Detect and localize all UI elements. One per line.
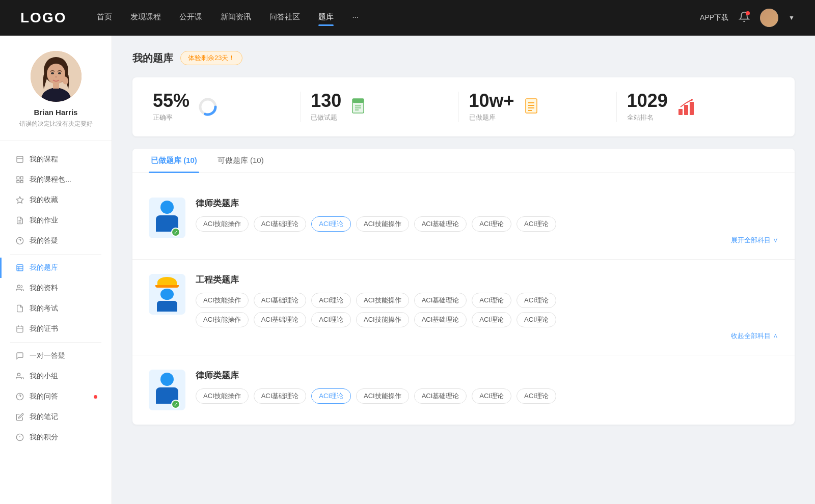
- sidebar-item-material[interactable]: 我的资料: [0, 278, 112, 298]
- sidebar-item-my-course[interactable]: 我的课程: [0, 149, 112, 170]
- page-header: 我的题库 体验剩余23天！: [132, 51, 795, 65]
- svg-point-28: [17, 373, 20, 376]
- nav-link-qa[interactable]: 问答社区: [269, 12, 300, 24]
- done-banks-label: 已做题库: [469, 113, 514, 122]
- tag-lawyer2-2[interactable]: ACI理论: [311, 388, 351, 404]
- sidebar-item-course-package[interactable]: 我的课程包...: [0, 170, 112, 190]
- qa-label: 我的答疑: [30, 236, 58, 245]
- nav-link-discover[interactable]: 发现课程: [130, 12, 161, 24]
- main-content: 我的题库 体验剩余23天！ 55% 正确率: [112, 36, 815, 504]
- expand-lawyer1[interactable]: 展开全部科目 ∨: [196, 236, 778, 245]
- sidebar-item-one-on-one[interactable]: 一对一答疑: [0, 346, 112, 366]
- user-dropdown-icon[interactable]: ▼: [789, 14, 795, 21]
- sidebar-item-points[interactable]: 我的积分: [0, 427, 112, 447]
- tag-lawyer1-4[interactable]: ACI基础理论: [414, 216, 467, 232]
- sidebar-item-favorites[interactable]: 我的收藏: [0, 190, 112, 210]
- nav-link-news[interactable]: 新闻资讯: [221, 12, 251, 24]
- sidebar-item-homework[interactable]: 我的作业: [0, 210, 112, 231]
- sidebar-menu: 我的课程 我的课程包... 我的收藏 我的作业: [0, 141, 112, 456]
- svg-rect-48: [690, 102, 694, 115]
- tag-lawyer2-0[interactable]: ACI技能操作: [196, 388, 249, 404]
- questions-label: 我的问答: [30, 392, 58, 401]
- stat-ranking: 1029 全站排名: [617, 92, 774, 122]
- tag-lawyer1-1[interactable]: ACI基础理论: [254, 216, 307, 232]
- tag-lawyer2-3[interactable]: ACI技能操作: [356, 388, 409, 404]
- app-download-button[interactable]: APP下载: [700, 13, 728, 22]
- tag-eng1r2-1[interactable]: ACI基础理论: [254, 312, 307, 327]
- done-questions-label: 已做试题: [311, 113, 341, 122]
- tab-done[interactable]: 已做题库 (10): [149, 149, 199, 173]
- tab-available[interactable]: 可做题库 (10): [215, 149, 266, 173]
- tag-lawyer2-1[interactable]: ACI基础理论: [254, 388, 307, 404]
- tag-eng1-3[interactable]: ACI技能操作: [356, 293, 409, 308]
- bank-title-lawyer1: 律师类题库: [196, 198, 778, 209]
- tag-eng1r2-5[interactable]: ACI理论: [472, 312, 511, 327]
- tag-eng1r2-2[interactable]: ACI理论: [311, 312, 351, 327]
- tag-lawyer1-6[interactable]: ACI理论: [517, 216, 556, 232]
- tag-eng1r2-3[interactable]: ACI技能操作: [356, 312, 409, 327]
- sidebar-item-question-bank[interactable]: 我的题库: [0, 258, 112, 278]
- tag-eng1r2-0[interactable]: ACI技能操作: [196, 312, 249, 327]
- tag-lawyer1-3[interactable]: ACI技能操作: [356, 216, 409, 232]
- svg-rect-37: [352, 99, 364, 103]
- profile-name: Brian Harris: [34, 108, 78, 117]
- nav-link-open[interactable]: 公开课: [179, 12, 202, 24]
- sidebar-item-certificate[interactable]: 我的证书: [0, 319, 112, 339]
- page-title: 我的题库: [132, 51, 173, 65]
- bank-info-engineer1: 工程类题库 ACI技能操作 ACI基础理论 ACI理论 ACI技能操作 ACI基…: [196, 274, 778, 341]
- tags-row1-engineer1: ACI技能操作 ACI基础理论 ACI理论 ACI技能操作 ACI基础理论 AC…: [196, 293, 778, 308]
- sidebar-item-group[interactable]: 我的小组: [0, 366, 112, 386]
- bank-info-lawyer1: 律师类题库 ACI技能操作 ACI基础理论 ACI理论 ACI技能操作 ACI基…: [196, 198, 778, 245]
- accuracy-label: 正确率: [153, 113, 189, 122]
- tag-eng1-0[interactable]: ACI技能操作: [196, 293, 249, 308]
- notes-label: 我的笔记: [30, 412, 58, 422]
- sidebar-item-notes[interactable]: 我的笔记: [0, 407, 112, 427]
- svg-rect-8: [17, 156, 23, 162]
- tag-lawyer2-4[interactable]: ACI基础理论: [414, 388, 467, 404]
- tag-lawyer1-0[interactable]: ACI技能操作: [196, 216, 249, 232]
- tags-row-lawyer2: ACI技能操作 ACI基础理论 ACI理论 ACI技能操作 ACI基础理论 AC…: [196, 388, 778, 404]
- engineer1-icon-wrap: [149, 274, 185, 315]
- done-banks-value: 10w+: [469, 92, 514, 110]
- tag-lawyer1-2[interactable]: ACI理论: [311, 216, 351, 232]
- questions-notification-dot: [94, 395, 97, 399]
- svg-point-6: [55, 76, 57, 78]
- tag-eng1-6[interactable]: ACI理论: [517, 293, 556, 308]
- sidebar-item-qa[interactable]: 我的答疑: [0, 231, 112, 251]
- tag-lawyer2-5[interactable]: ACI理论: [472, 388, 511, 404]
- notification-bell[interactable]: [739, 11, 750, 24]
- bank-header-engineer1: 工程类题库 ACI技能操作 ACI基础理论 ACI理论 ACI技能操作 ACI基…: [149, 274, 778, 341]
- tag-eng1-4[interactable]: ACI基础理论: [414, 293, 467, 308]
- tabs-row: 已做题库 (10) 可做题库 (10): [132, 149, 795, 173]
- user-avatar[interactable]: [760, 9, 778, 27]
- bank-header-lawyer2: ✓ 律师类题库 ACI技能操作 ACI基础理论 ACI理论 ACI技能操作 AC…: [149, 370, 778, 410]
- notes-icon: [15, 412, 24, 422]
- tag-eng1-1[interactable]: ACI基础理论: [254, 293, 307, 308]
- sidebar-item-questions[interactable]: 我的问答: [0, 386, 112, 407]
- page-container: Brian Harris 错误的决定比没有决定要好 我的课程 我的课程包...: [0, 36, 815, 504]
- tag-lawyer2-6[interactable]: ACI理论: [517, 388, 556, 404]
- certificate-label: 我的证书: [30, 324, 58, 333]
- sidebar-item-exam[interactable]: 我的考试: [0, 298, 112, 319]
- svg-rect-24: [17, 326, 23, 332]
- svg-rect-12: [17, 180, 19, 183]
- tag-eng1-5[interactable]: ACI理论: [472, 293, 511, 308]
- points-label: 我的积分: [30, 433, 58, 442]
- svg-point-5: [58, 72, 61, 74]
- svg-marker-14: [16, 197, 23, 203]
- tag-eng1-2[interactable]: ACI理论: [311, 293, 351, 308]
- nav-link-more[interactable]: ···: [352, 12, 359, 24]
- stat-done-banks: 10w+ 已做题库: [459, 92, 617, 122]
- nav-link-questionbank[interactable]: 题库: [318, 12, 334, 24]
- logo[interactable]: LOGO: [20, 10, 66, 26]
- stats-card: 55% 正确率 130 已做试题: [132, 77, 795, 136]
- content-area: 已做题库 (10) 可做题库 (10) ✓ 律师类题库: [132, 149, 795, 425]
- nav-link-home[interactable]: 首页: [97, 12, 112, 24]
- doc-icon: [350, 98, 369, 116]
- tag-lawyer1-5[interactable]: ACI理论: [472, 216, 511, 232]
- qa-icon: [15, 236, 24, 245]
- tag-eng1r2-6[interactable]: ACI理论: [517, 312, 556, 327]
- expand-engineer1[interactable]: 收起全部科目 ∧: [196, 331, 778, 341]
- tag-eng1r2-4[interactable]: ACI基础理论: [414, 312, 467, 327]
- stat-accuracy: 55% 正确率: [153, 92, 301, 122]
